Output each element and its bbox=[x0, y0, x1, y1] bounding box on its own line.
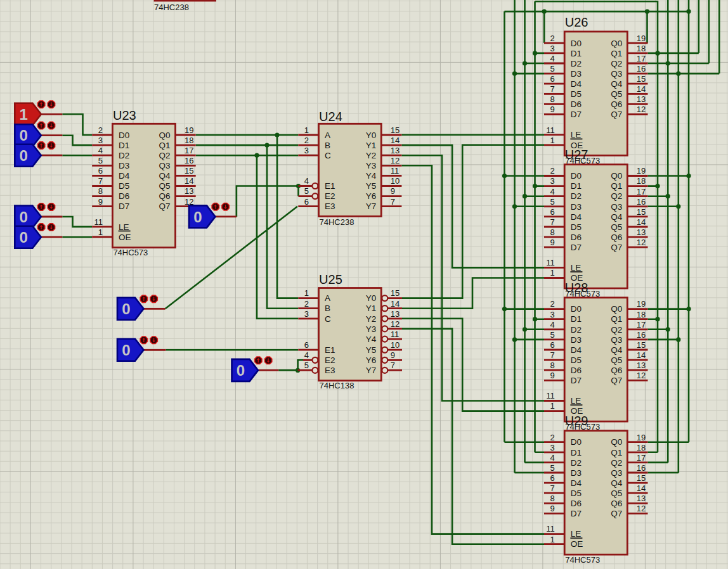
svg-text:E2: E2 bbox=[325, 191, 335, 201]
svg-text:2: 2 bbox=[550, 299, 554, 309]
svg-text:U23: U23 bbox=[113, 108, 136, 122]
svg-text:D7: D7 bbox=[571, 376, 582, 385]
svg-text:Y4: Y4 bbox=[366, 171, 377, 181]
svg-text:D6: D6 bbox=[571, 499, 582, 508]
svg-text:10: 10 bbox=[391, 176, 400, 186]
svg-text:9: 9 bbox=[391, 186, 395, 196]
svg-text:13: 13 bbox=[185, 186, 193, 196]
svg-text:15: 15 bbox=[185, 166, 193, 176]
svg-text:E1: E1 bbox=[325, 181, 335, 191]
svg-text:6: 6 bbox=[98, 166, 103, 176]
svg-text:5: 5 bbox=[550, 64, 554, 74]
svg-text:Q6: Q6 bbox=[611, 366, 622, 375]
svg-text:3: 3 bbox=[550, 310, 554, 319]
svg-text:U27: U27 bbox=[565, 148, 588, 162]
svg-text:Q6: Q6 bbox=[611, 233, 622, 242]
svg-text:15: 15 bbox=[637, 74, 646, 84]
svg-text:Q4: Q4 bbox=[611, 212, 623, 222]
svg-text:12: 12 bbox=[637, 238, 646, 247]
svg-text:Q5: Q5 bbox=[611, 489, 622, 498]
svg-text:Q2: Q2 bbox=[611, 458, 622, 468]
svg-text:E1: E1 bbox=[325, 345, 335, 355]
svg-text:Q0: Q0 bbox=[611, 39, 622, 48]
svg-text:Q7: Q7 bbox=[611, 509, 622, 518]
svg-text:3: 3 bbox=[98, 136, 103, 145]
svg-text:13: 13 bbox=[637, 361, 646, 370]
svg-text:4: 4 bbox=[304, 350, 309, 360]
svg-text:18: 18 bbox=[637, 176, 646, 186]
svg-text:D2: D2 bbox=[571, 325, 582, 335]
svg-text:D6: D6 bbox=[571, 233, 582, 242]
svg-text:9: 9 bbox=[550, 504, 554, 513]
svg-text:Q6: Q6 bbox=[611, 99, 622, 109]
svg-text:D2: D2 bbox=[571, 59, 582, 68]
svg-text:Q1: Q1 bbox=[611, 314, 622, 324]
svg-text:Y7: Y7 bbox=[366, 366, 377, 375]
svg-text:6: 6 bbox=[550, 74, 554, 84]
svg-text:Q7: Q7 bbox=[611, 376, 622, 385]
svg-text:A: A bbox=[325, 293, 330, 303]
svg-text:15: 15 bbox=[637, 340, 646, 350]
svg-text:3: 3 bbox=[550, 44, 554, 53]
svg-text:Q5: Q5 bbox=[611, 222, 622, 232]
svg-text:15: 15 bbox=[391, 288, 400, 298]
svg-text:6: 6 bbox=[550, 207, 554, 217]
svg-text:11: 11 bbox=[391, 166, 400, 176]
svg-text:D2: D2 bbox=[571, 191, 582, 201]
svg-text:Y6: Y6 bbox=[366, 191, 377, 201]
svg-text:Q7: Q7 bbox=[611, 110, 622, 119]
svg-text:13: 13 bbox=[391, 309, 400, 319]
svg-text:Y5: Y5 bbox=[366, 345, 377, 355]
svg-text:D0: D0 bbox=[119, 131, 129, 140]
svg-text:19: 19 bbox=[637, 433, 646, 442]
svg-text:U28: U28 bbox=[565, 281, 588, 295]
svg-text:D4: D4 bbox=[571, 345, 582, 355]
svg-text:2: 2 bbox=[304, 299, 309, 309]
svg-text:D5: D5 bbox=[119, 181, 129, 191]
svg-text:14: 14 bbox=[391, 136, 400, 145]
svg-text:Y6: Y6 bbox=[366, 355, 377, 365]
svg-text:D7: D7 bbox=[119, 201, 129, 211]
svg-text:1: 1 bbox=[550, 136, 554, 145]
svg-text:Y5: Y5 bbox=[366, 181, 377, 191]
svg-text:5: 5 bbox=[550, 330, 554, 340]
svg-text:14: 14 bbox=[637, 217, 646, 227]
svg-text:LE: LE bbox=[571, 263, 582, 272]
svg-text:15: 15 bbox=[637, 207, 646, 217]
svg-text:6: 6 bbox=[550, 340, 554, 350]
svg-text:7: 7 bbox=[550, 483, 554, 493]
svg-text:8: 8 bbox=[550, 361, 554, 370]
svg-text:9: 9 bbox=[98, 197, 103, 207]
svg-text:13: 13 bbox=[637, 227, 646, 237]
svg-text:9: 9 bbox=[550, 238, 554, 247]
svg-text:Q7: Q7 bbox=[159, 201, 170, 211]
svg-text:1: 1 bbox=[20, 106, 28, 123]
svg-text:0: 0 bbox=[122, 300, 130, 317]
svg-text:18: 18 bbox=[185, 136, 193, 145]
svg-text:Q0: Q0 bbox=[611, 304, 622, 314]
svg-text:D5: D5 bbox=[571, 222, 582, 232]
svg-text:8: 8 bbox=[550, 94, 554, 104]
svg-text:0: 0 bbox=[20, 147, 28, 164]
svg-text:7: 7 bbox=[550, 350, 554, 360]
svg-text:11: 11 bbox=[546, 524, 555, 534]
svg-text:Q3: Q3 bbox=[611, 69, 622, 79]
svg-text:3: 3 bbox=[304, 146, 309, 155]
svg-text:D1: D1 bbox=[571, 49, 582, 58]
svg-text:D5: D5 bbox=[571, 489, 582, 498]
svg-text:D2: D2 bbox=[571, 458, 582, 468]
svg-text:5: 5 bbox=[304, 361, 309, 370]
svg-text:Y2: Y2 bbox=[366, 314, 377, 324]
svg-text:2: 2 bbox=[550, 34, 554, 43]
svg-text:Q3: Q3 bbox=[611, 335, 622, 345]
svg-text:Q3: Q3 bbox=[159, 161, 170, 170]
svg-text:D3: D3 bbox=[571, 468, 582, 478]
svg-text:Y4: Y4 bbox=[366, 335, 377, 344]
svg-text:Y7: Y7 bbox=[366, 201, 377, 211]
svg-text:Q4: Q4 bbox=[159, 171, 171, 181]
svg-text:Q1: Q1 bbox=[611, 49, 622, 58]
svg-text:7: 7 bbox=[550, 217, 554, 227]
svg-text:D4: D4 bbox=[571, 478, 582, 488]
svg-text:6: 6 bbox=[304, 197, 309, 207]
svg-text:17: 17 bbox=[637, 187, 646, 196]
